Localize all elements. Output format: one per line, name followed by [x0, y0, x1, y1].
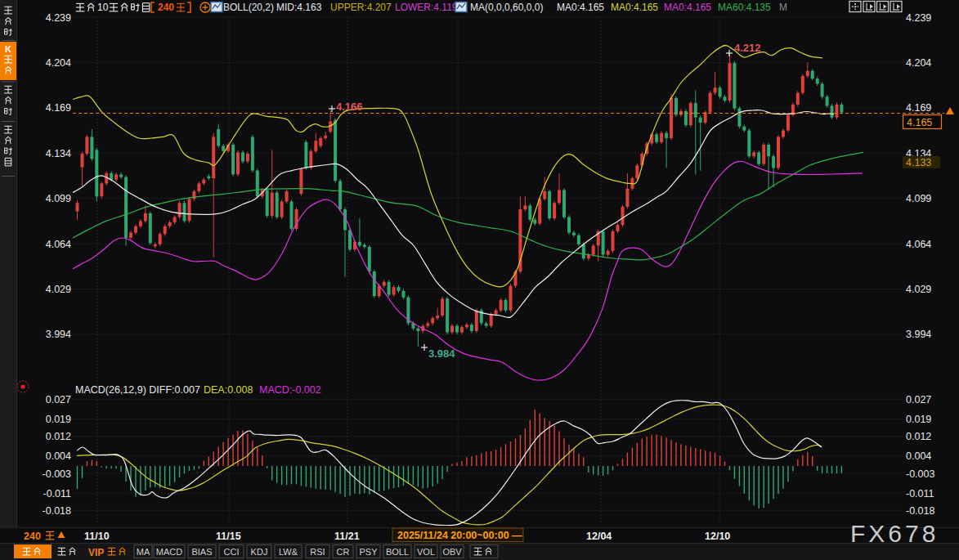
svg-text:OBV: OBV — [442, 547, 462, 557]
svg-text:-0.011: -0.011 — [906, 488, 934, 500]
svg-text:0.027: 0.027 — [906, 394, 931, 405]
svg-text:MA(0,0,0,60,0,0): MA(0,0,0,60,0,0) — [470, 2, 543, 13]
svg-text:MA0:4.165: MA0:4.165 — [611, 2, 658, 13]
svg-text:0.004: 0.004 — [46, 450, 71, 462]
svg-text:BOLL(20,2): BOLL(20,2) — [223, 2, 274, 13]
svg-text:12/10: 12/10 — [705, 531, 730, 542]
svg-text:12/04: 12/04 — [586, 531, 612, 542]
svg-text:4.099: 4.099 — [906, 193, 931, 204]
svg-text:4.133: 4.133 — [906, 157, 931, 168]
svg-text:DEA:0.008: DEA:0.008 — [204, 384, 253, 396]
svg-text:BOLL: BOLL — [386, 547, 409, 557]
svg-text:MA0:4.165: MA0:4.165 — [557, 2, 604, 13]
svg-text:MID:4.163: MID:4.163 — [276, 2, 322, 13]
svg-text:MA60:4.135: MA60:4.135 — [718, 2, 771, 13]
svg-text:0.012: 0.012 — [906, 431, 931, 442]
svg-text:MACD: MACD — [156, 547, 182, 557]
svg-text:MA0:4.165: MA0:4.165 — [664, 2, 711, 13]
svg-text:2025/11/24 20:00~00:00 —: 2025/11/24 20:00~00:00 — — [397, 530, 522, 541]
svg-text:4.134: 4.134 — [46, 148, 71, 159]
svg-text:MACD(26,12,9) DIFF:0.007: MACD(26,12,9) DIFF:0.007 — [75, 384, 200, 396]
svg-text:0.004: 0.004 — [906, 450, 931, 462]
svg-text:4.169: 4.169 — [46, 102, 71, 114]
svg-text:VIP: VIP — [88, 547, 104, 558]
svg-text:240: 240 — [24, 531, 41, 542]
svg-text:11/21: 11/21 — [334, 531, 360, 542]
svg-text:0.027: 0.027 — [46, 394, 71, 405]
svg-text:K: K — [5, 44, 11, 54]
svg-text:LW&: LW& — [279, 547, 298, 557]
svg-text:CCI: CCI — [224, 547, 240, 557]
svg-text:11/15: 11/15 — [216, 531, 241, 542]
svg-text:4.239: 4.239 — [906, 12, 931, 24]
svg-text:4.166: 4.166 — [336, 101, 363, 113]
svg-text:4.212: 4.212 — [734, 42, 761, 54]
svg-text:RSI: RSI — [310, 547, 325, 557]
svg-text:3.994: 3.994 — [46, 329, 71, 340]
svg-text:UPPER:4.207: UPPER:4.207 — [330, 2, 392, 13]
svg-text:4.099: 4.099 — [46, 193, 71, 204]
svg-text:11/10: 11/10 — [84, 531, 110, 542]
svg-text:4.029: 4.029 — [46, 284, 71, 295]
svg-text:0.019: 0.019 — [46, 414, 71, 425]
svg-text:PSY: PSY — [359, 547, 378, 557]
svg-text:4.239: 4.239 — [46, 12, 71, 24]
svg-text:-0.003: -0.003 — [906, 468, 934, 480]
svg-text:3.984: 3.984 — [428, 347, 455, 360]
svg-text:4.064: 4.064 — [46, 239, 71, 250]
svg-text:240: 240 — [158, 2, 174, 13]
svg-text:4.204: 4.204 — [46, 57, 71, 69]
svg-text:KDJ: KDJ — [251, 547, 268, 557]
svg-text:4.165: 4.165 — [907, 117, 932, 128]
svg-text:4.064: 4.064 — [906, 239, 931, 250]
svg-text:-0.011: -0.011 — [43, 488, 71, 500]
svg-text:M: M — [779, 2, 787, 13]
svg-text:LOWER:4.119: LOWER:4.119 — [395, 2, 458, 13]
svg-text:10: 10 — [97, 2, 109, 13]
svg-text:0.012: 0.012 — [46, 431, 71, 442]
svg-text:-0.018: -0.018 — [43, 505, 71, 517]
svg-text:-0.003: -0.003 — [43, 468, 71, 480]
svg-text:MA: MA — [137, 547, 150, 557]
svg-text:0.019: 0.019 — [906, 414, 931, 425]
svg-text:VOL: VOL — [417, 547, 435, 557]
svg-text:-0.018: -0.018 — [906, 505, 934, 517]
svg-text:4.029: 4.029 — [906, 284, 931, 295]
svg-text:3.994: 3.994 — [906, 329, 931, 340]
svg-text:4.204: 4.204 — [906, 57, 931, 69]
svg-text:BIAS: BIAS — [191, 547, 212, 557]
svg-text:4.169: 4.169 — [906, 102, 931, 114]
svg-text:CR: CR — [337, 547, 350, 557]
svg-text:MACD:-0.002: MACD:-0.002 — [259, 384, 321, 396]
